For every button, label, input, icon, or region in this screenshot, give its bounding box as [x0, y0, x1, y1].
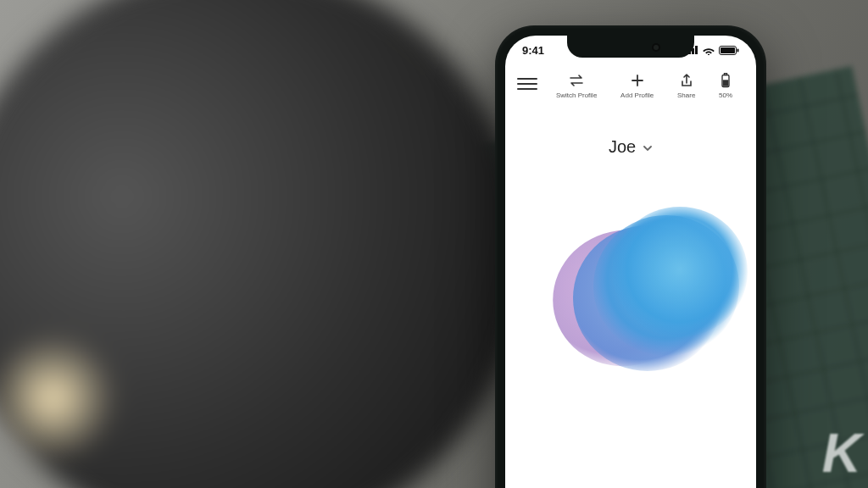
- device-battery-label: 50%: [719, 92, 732, 99]
- switch-profile-button[interactable]: Switch Profile: [556, 73, 597, 99]
- top-toolbar: Switch Profile Add Profile Share: [505, 73, 756, 99]
- phone-frame: 9:41: [495, 25, 766, 488]
- device-battery-icon: [721, 73, 731, 88]
- hearing-profile-visualization: [505, 197, 756, 391]
- profile-name: Joe: [609, 137, 636, 157]
- profile-selector[interactable]: Joe: [505, 137, 756, 157]
- share-label: Share: [677, 92, 695, 99]
- svg-rect-5: [724, 80, 728, 86]
- status-time: 9:41: [522, 44, 544, 57]
- menu-button[interactable]: [517, 78, 537, 90]
- background-photo: K 9:41: [0, 0, 868, 488]
- phone-screen: 9:41: [505, 36, 756, 488]
- watermark: K: [822, 422, 860, 485]
- add-profile-button[interactable]: Add Profile: [620, 73, 654, 99]
- switch-profile-label: Switch Profile: [556, 92, 597, 99]
- share-button[interactable]: Share: [677, 73, 695, 99]
- share-icon: [680, 73, 693, 88]
- headphone-blur: [0, 0, 526, 488]
- chevron-down-icon: [643, 141, 653, 154]
- plus-icon: [631, 73, 644, 88]
- device-battery-button[interactable]: 50%: [719, 73, 732, 99]
- svg-rect-4: [725, 74, 727, 75]
- switch-icon: [568, 73, 585, 88]
- svg-rect-1: [721, 47, 735, 53]
- phone-notch: [567, 36, 694, 58]
- svg-rect-2: [737, 48, 739, 52]
- battery-icon: [719, 46, 739, 55]
- add-profile-label: Add Profile: [620, 92, 654, 99]
- wifi-icon: [702, 46, 715, 55]
